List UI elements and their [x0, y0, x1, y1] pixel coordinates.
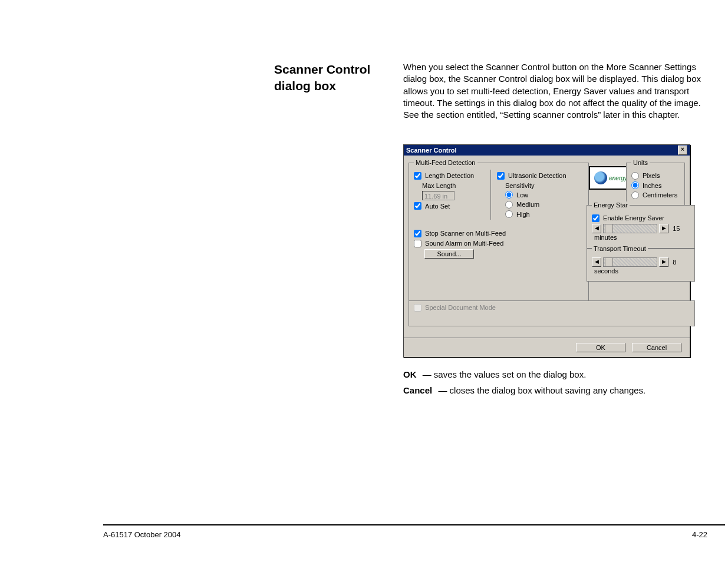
section-heading: Scanner Control dialog box: [274, 61, 404, 95]
energy-star-legend: Energy Star: [592, 201, 630, 209]
transport-slider-left-icon[interactable]: ◀: [592, 257, 601, 267]
sensitivity-medium-radio[interactable]: [505, 201, 513, 209]
special-document-checkbox: [414, 304, 421, 312]
dialog-titlebar: Scanner Control ×: [404, 145, 690, 156]
sensitivity-medium-label: Medium: [516, 201, 539, 208]
close-icon[interactable]: ×: [678, 146, 687, 155]
units-legend: Units: [631, 159, 650, 166]
energy-slider[interactable]: [603, 224, 657, 233]
energy-value: 15: [673, 225, 680, 232]
enable-energy-saver-checkbox[interactable]: [592, 214, 599, 222]
def-ok-term: OK: [403, 369, 417, 379]
footer-right: 4-22: [692, 530, 707, 539]
body-paragraph: When you select the Scanner Control butt…: [403, 61, 704, 121]
energy-slider-right-icon[interactable]: ▶: [659, 224, 668, 233]
energy-star-groupbox: Energy Star Enable Energy Saver ◀ ▶ 15 m…: [587, 201, 695, 249]
sound-button[interactable]: Sound...: [424, 249, 474, 259]
sensitivity-high-label: High: [516, 211, 530, 218]
transport-value: 8: [673, 259, 676, 266]
sensitivity-low-radio[interactable]: [505, 191, 513, 199]
multifeed-groupbox: Multi-Feed Detection Length Detection Ma…: [409, 159, 589, 304]
units-pixels-radio[interactable]: [631, 172, 639, 180]
ultrasonic-checkbox[interactable]: [497, 172, 505, 180]
energy-star-logo-text: energy: [609, 175, 627, 181]
transport-unit: seconds: [594, 267, 618, 275]
energy-slider-left-icon[interactable]: ◀: [592, 224, 601, 233]
units-groupbox: Units Pixels Inches Centimeters: [626, 159, 685, 207]
units-centimeters-radio[interactable]: [631, 191, 639, 199]
auto-set-label: Auto Set: [425, 203, 450, 210]
units-inches-label: Inches: [643, 182, 661, 189]
units-pixels-label: Pixels: [643, 172, 660, 179]
sound-alarm-checkbox[interactable]: [414, 240, 421, 247]
energy-unit: minutes: [594, 234, 617, 241]
dialog-button-bar: OK Cancel: [404, 338, 690, 352]
units-inches-radio[interactable]: [631, 181, 639, 189]
sensitivity-label: Sensitivity: [505, 182, 535, 189]
auto-set-checkbox[interactable]: [414, 202, 421, 210]
transport-timeout-legend: Transport Timeout: [592, 245, 648, 252]
ultrasonic-label: Ultrasonic Detection: [508, 172, 566, 179]
sound-alarm-label: Sound Alarm on Multi-Feed: [425, 240, 503, 247]
stop-scanner-label: Stop Scanner on Multi-Feed: [425, 230, 506, 237]
max-length-input[interactable]: 11.69 in: [422, 191, 454, 200]
def-cancel-term: Cancel: [403, 385, 432, 395]
transport-timeout-groupbox: Transport Timeout ◀ ▶ 8 seconds: [587, 245, 695, 282]
max-length-label: Max Length: [422, 182, 456, 189]
special-document-label: Special Document Mode: [425, 304, 496, 311]
scanner-control-dialog: Scanner Control × Multi-Feed Detection L…: [403, 144, 690, 358]
length-detection-label: Length Detection: [425, 172, 474, 179]
special-document-groupbox: Special Document Mode: [409, 300, 695, 326]
ok-button[interactable]: OK: [576, 343, 625, 352]
multifeed-legend: Multi-Feed Detection: [414, 159, 477, 166]
sensitivity-low-label: Low: [516, 191, 528, 199]
globe-icon: [594, 171, 607, 184]
length-detection-checkbox[interactable]: [414, 172, 421, 180]
dialog-title-text: Scanner Control: [406, 145, 457, 156]
def-cancel-desc: — closes the dialog box without saving a…: [438, 385, 645, 395]
cancel-button[interactable]: Cancel: [632, 343, 681, 352]
footer-left: A-61517 October 2004: [103, 530, 181, 539]
stop-scanner-checkbox[interactable]: [414, 230, 421, 237]
enable-energy-saver-label: Enable Energy Saver: [603, 214, 664, 222]
definition-list: OK — saves the values set on the dialog …: [403, 366, 704, 398]
sensitivity-high-radio[interactable]: [505, 210, 513, 218]
footer-rule: [103, 524, 725, 525]
transport-slider[interactable]: [603, 257, 657, 267]
def-ok-desc: — saves the values set on the dialog box…: [423, 369, 587, 379]
transport-slider-right-icon[interactable]: ▶: [659, 257, 668, 267]
units-centimeters-label: Centimeters: [643, 191, 677, 199]
